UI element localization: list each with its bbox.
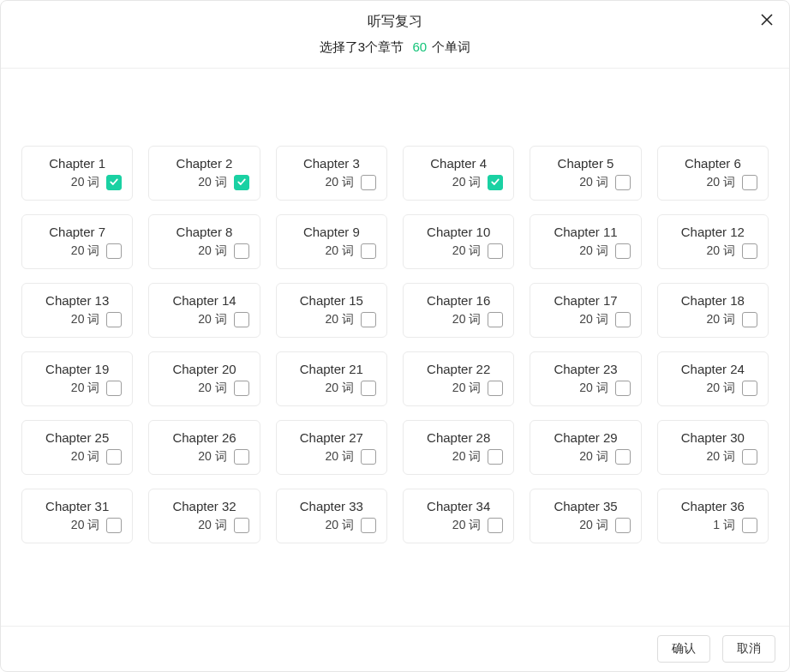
dialog-header: 听写复习 选择了3个章节 60 个单词 bbox=[1, 1, 789, 69]
chapter-checkbox[interactable] bbox=[488, 243, 503, 259]
chapter-checkbox[interactable] bbox=[615, 518, 631, 533]
chapter-title: Chapter 21 bbox=[287, 362, 376, 377]
chapter-checkbox[interactable] bbox=[488, 518, 503, 533]
chapter-card[interactable]: Chapter 3320 词 bbox=[276, 489, 387, 543]
chapter-checkbox[interactable] bbox=[106, 312, 122, 327]
chapter-checkbox[interactable] bbox=[742, 312, 757, 327]
chapter-meta-row: 20 词 bbox=[541, 381, 630, 396]
chapter-title: Chapter 2 bbox=[159, 156, 248, 171]
chapter-card[interactable]: Chapter 1520 词 bbox=[276, 283, 387, 338]
chapter-card[interactable]: Chapter 3120 词 bbox=[21, 489, 133, 543]
chapter-card[interactable]: Chapter 3020 词 bbox=[657, 420, 769, 475]
chapter-word-count: 20 词 bbox=[579, 243, 607, 259]
chapter-checkbox[interactable] bbox=[742, 381, 757, 396]
chapter-meta-row: 20 词 bbox=[33, 175, 122, 190]
chapter-card[interactable]: Chapter 3220 词 bbox=[148, 489, 260, 543]
chapter-checkbox[interactable] bbox=[615, 243, 631, 259]
chapter-card[interactable]: Chapter 2620 词 bbox=[148, 420, 260, 475]
chapter-card[interactable]: Chapter 320 词 bbox=[276, 146, 387, 201]
chapter-meta-row: 20 词 bbox=[414, 381, 503, 396]
chapter-checkbox[interactable] bbox=[106, 381, 122, 396]
chapter-card[interactable]: Chapter 1220 词 bbox=[657, 214, 769, 269]
chapter-card[interactable]: Chapter 820 词 bbox=[148, 214, 260, 269]
chapter-title: Chapter 7 bbox=[33, 225, 122, 240]
chapter-card[interactable]: Chapter 2420 词 bbox=[657, 351, 769, 406]
dialog-subtitle: 选择了3个章节 60 个单词 bbox=[15, 39, 775, 56]
chapter-card[interactable]: Chapter 3420 词 bbox=[403, 489, 514, 543]
dialog-title: 听写复习 bbox=[15, 9, 775, 39]
chapter-checkbox[interactable] bbox=[361, 381, 376, 396]
chapter-card[interactable]: Chapter 2320 词 bbox=[530, 351, 641, 406]
chapter-checkbox[interactable] bbox=[742, 175, 757, 190]
chapter-card[interactable]: Chapter 220 词 bbox=[148, 146, 260, 201]
chapter-card[interactable]: Chapter 2020 词 bbox=[148, 351, 260, 406]
chapter-checkbox[interactable] bbox=[361, 243, 376, 259]
chapter-checkbox[interactable] bbox=[106, 518, 122, 533]
chapter-card[interactable]: Chapter 1820 词 bbox=[657, 283, 769, 338]
chapter-card[interactable]: Chapter 1320 词 bbox=[21, 283, 133, 338]
chapter-checkbox[interactable] bbox=[742, 243, 757, 259]
chapter-card[interactable]: Chapter 2920 词 bbox=[530, 420, 641, 475]
chapter-checkbox[interactable] bbox=[106, 175, 122, 190]
chapter-card[interactable]: Chapter 620 词 bbox=[657, 146, 769, 201]
chapter-checkbox[interactable] bbox=[488, 312, 503, 327]
chapter-title: Chapter 35 bbox=[541, 499, 630, 514]
chapter-card[interactable]: Chapter 1120 词 bbox=[530, 214, 641, 269]
chapter-meta-row: 20 词 bbox=[287, 518, 376, 533]
chapter-checkbox[interactable] bbox=[234, 243, 249, 259]
chapter-checkbox[interactable] bbox=[234, 175, 249, 190]
chapter-checkbox[interactable] bbox=[615, 381, 631, 396]
chapter-checkbox[interactable] bbox=[361, 449, 376, 465]
chapter-card[interactable]: Chapter 2220 词 bbox=[403, 351, 514, 406]
chapter-checkbox[interactable] bbox=[361, 518, 376, 533]
chapter-word-count: 20 词 bbox=[71, 175, 99, 190]
chapter-card[interactable]: Chapter 420 词 bbox=[403, 146, 514, 201]
chapter-meta-row: 20 词 bbox=[541, 175, 630, 190]
chapter-card[interactable]: Chapter 1720 词 bbox=[530, 283, 641, 338]
chapter-checkbox[interactable] bbox=[234, 312, 249, 327]
chapter-card[interactable]: Chapter 2720 词 bbox=[276, 420, 387, 475]
chapter-checkbox[interactable] bbox=[361, 175, 376, 190]
chapter-card[interactable]: Chapter 720 词 bbox=[21, 214, 133, 269]
check-icon bbox=[109, 175, 119, 190]
chapter-meta-row: 20 词 bbox=[159, 518, 248, 533]
chapter-checkbox[interactable] bbox=[742, 518, 757, 533]
chapter-title: Chapter 5 bbox=[541, 156, 630, 171]
chapter-meta-row: 20 词 bbox=[414, 243, 503, 259]
chapter-card[interactable]: Chapter 2120 词 bbox=[276, 351, 387, 406]
chapter-card[interactable]: Chapter 3520 词 bbox=[530, 489, 641, 543]
chapter-card[interactable]: Chapter 920 词 bbox=[276, 214, 387, 269]
chapter-checkbox[interactable] bbox=[615, 312, 631, 327]
chapter-card[interactable]: Chapter 1920 词 bbox=[21, 351, 133, 406]
chapter-checkbox[interactable] bbox=[234, 518, 249, 533]
chapter-checkbox[interactable] bbox=[361, 312, 376, 327]
chapter-card[interactable]: Chapter 2820 词 bbox=[403, 420, 514, 475]
chapter-card[interactable]: Chapter 361 词 bbox=[657, 489, 769, 543]
chapter-card[interactable]: Chapter 1420 词 bbox=[148, 283, 260, 338]
chapter-checkbox[interactable] bbox=[488, 381, 503, 396]
chapter-checkbox[interactable] bbox=[742, 449, 757, 465]
chapter-card[interactable]: Chapter 1620 词 bbox=[403, 283, 514, 338]
chapter-word-count: 20 词 bbox=[326, 449, 354, 465]
chapter-title: Chapter 16 bbox=[414, 293, 503, 309]
chapter-card[interactable]: Chapter 2520 词 bbox=[21, 420, 133, 475]
chapter-checkbox[interactable] bbox=[106, 243, 122, 259]
chapter-checkbox[interactable] bbox=[488, 449, 503, 465]
chapter-title: Chapter 3 bbox=[287, 156, 376, 171]
cancel-button[interactable]: 取消 bbox=[722, 635, 775, 663]
chapter-card[interactable]: Chapter 520 词 bbox=[530, 146, 641, 201]
chapter-title: Chapter 11 bbox=[541, 225, 630, 240]
confirm-button[interactable]: 确认 bbox=[657, 635, 710, 663]
chapter-checkbox[interactable] bbox=[615, 449, 631, 465]
chapter-checkbox[interactable] bbox=[615, 175, 631, 190]
chapter-checkbox[interactable] bbox=[106, 449, 122, 465]
chapter-title: Chapter 22 bbox=[414, 362, 503, 377]
chapter-checkbox[interactable] bbox=[234, 381, 249, 396]
close-button[interactable] bbox=[757, 11, 777, 32]
chapter-title: Chapter 24 bbox=[668, 362, 757, 377]
chapter-card[interactable]: Chapter 1020 词 bbox=[403, 214, 514, 269]
chapter-word-count: 20 词 bbox=[326, 381, 354, 396]
chapter-checkbox[interactable] bbox=[488, 175, 503, 190]
chapter-card[interactable]: Chapter 120 词 bbox=[21, 146, 133, 201]
chapter-checkbox[interactable] bbox=[234, 449, 249, 465]
